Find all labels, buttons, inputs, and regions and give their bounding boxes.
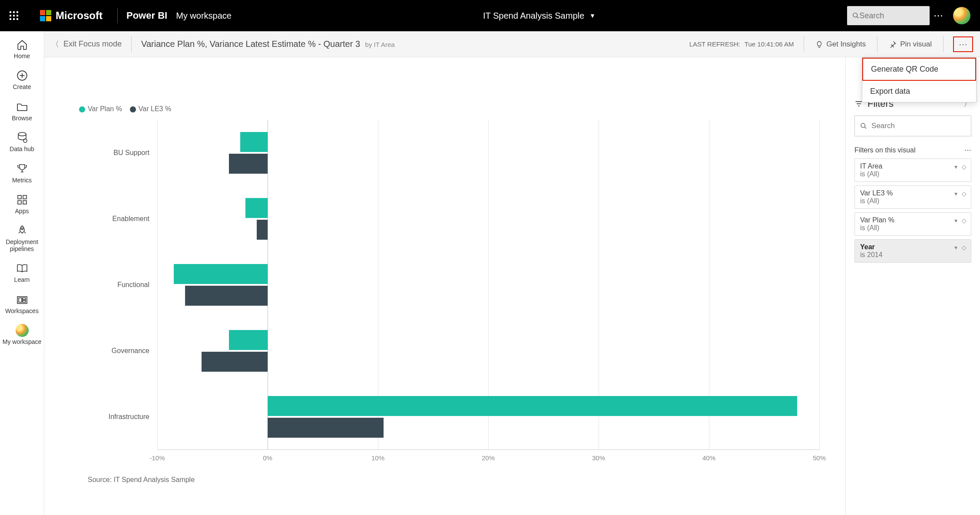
rail-workspaces[interactable]: Workspaces	[0, 289, 44, 320]
filters-search[interactable]	[854, 116, 971, 136]
eraser-icon[interactable]: ◇	[962, 163, 967, 170]
filter-value: is 2014	[860, 251, 966, 259]
chevron-down-icon: ▼	[589, 12, 596, 19]
x-tick-label: 30%	[592, 454, 605, 462]
svg-rect-5	[17, 15, 18, 17]
plus-circle-icon	[17, 69, 28, 82]
top-header: Microsoft Power BI My workspace IT Spend…	[0, 0, 980, 31]
filter-name: Var LE3 %	[860, 189, 966, 197]
bar[interactable]	[268, 418, 384, 438]
x-tick-label: 20%	[482, 454, 495, 462]
filter-value: is (All)	[860, 170, 966, 178]
app-launcher-icon[interactable]	[5, 11, 23, 20]
global-search-input[interactable]	[859, 11, 924, 20]
svg-rect-6	[10, 18, 11, 20]
rail-metrics[interactable]: Metrics	[0, 158, 44, 189]
svg-point-9	[853, 13, 857, 17]
filter-name: Year	[860, 243, 966, 251]
user-avatar[interactable]	[953, 7, 970, 24]
trophy-icon	[17, 162, 27, 175]
filter-card[interactable]: Var Plan % is (All) ▾◇	[854, 212, 971, 236]
y-tick-label: Infrastructure	[80, 413, 149, 421]
subheader-divider-2	[804, 36, 804, 52]
filter-value: is (All)	[860, 197, 966, 205]
rail-learn[interactable]: Learn	[0, 258, 44, 288]
more-options-button[interactable]: ⋯	[957, 39, 970, 50]
x-tick-label: 10%	[371, 454, 384, 462]
subheader-divider-3	[877, 36, 877, 52]
bar[interactable]	[229, 154, 268, 174]
chevron-down-icon[interactable]: ▾	[954, 217, 957, 224]
avatar-icon	[16, 324, 29, 337]
header-more-icon[interactable]: ⋯	[930, 10, 947, 21]
more-icon[interactable]: ⋯	[964, 146, 971, 154]
bar[interactable]	[245, 198, 268, 218]
pin-visual-button[interactable]: Pin visual	[887, 40, 934, 49]
y-axis-labels: BU SupportEnablementFunctionalGovernance…	[79, 120, 157, 450]
left-nav-rail: Home Create Browse Data hub Metrics Apps…	[0, 31, 44, 515]
more-options-menu: Generate QR Code Export data	[862, 57, 977, 102]
filter-card[interactable]: IT Area is (All) ▾◇	[854, 158, 971, 182]
filters-panel: Filters 〉 Filters on this visual ⋯ IT Ar…	[845, 57, 980, 515]
last-refresh: LAST REFRESH: Tue 10:41:06 AM	[689, 40, 794, 48]
powerbi-label[interactable]: Power BI	[126, 10, 167, 21]
rail-home[interactable]: Home	[0, 34, 44, 65]
chart-legend: Var Plan % Var LE3 %	[79, 105, 832, 113]
report-title-dropdown[interactable]: IT Spend Analysis Sample ▼	[232, 11, 847, 21]
eraser-icon[interactable]: ◇	[962, 244, 967, 251]
report-title: IT Spend Analysis Sample	[483, 11, 584, 21]
rail-myworkspace[interactable]: My workspace	[0, 320, 44, 350]
workspace-breadcrumb[interactable]: My workspace	[176, 11, 232, 21]
folder-icon	[17, 100, 28, 113]
svg-rect-17	[23, 195, 26, 199]
filter-name: Var Plan %	[860, 216, 966, 224]
bar[interactable]	[202, 352, 268, 372]
chart-plot-area: BU SupportEnablementFunctionalGovernance…	[79, 120, 819, 467]
bar[interactable]	[257, 220, 268, 240]
rail-datahub[interactable]: Data hub	[0, 127, 44, 158]
svg-rect-1	[13, 11, 15, 13]
global-search[interactable]	[847, 6, 930, 25]
apps-icon	[17, 193, 27, 206]
menu-generate-qr[interactable]: Generate QR Code	[862, 58, 976, 81]
x-tick-label: 0%	[263, 454, 272, 462]
svg-point-20	[21, 228, 23, 230]
menu-export-data[interactable]: Export data	[862, 81, 976, 102]
svg-rect-8	[17, 18, 18, 20]
eraser-icon[interactable]: ◇	[962, 217, 967, 224]
legend-item-var-plan[interactable]: Var Plan %	[79, 105, 122, 113]
chart-plot[interactable]	[157, 120, 819, 450]
get-insights-button[interactable]: Get Insights	[814, 40, 868, 49]
exit-focus-mode[interactable]: 〈 Exit Focus mode	[51, 39, 122, 50]
bar[interactable]	[268, 396, 797, 416]
eraser-icon[interactable]: ◇	[962, 190, 967, 197]
svg-rect-4	[13, 15, 15, 17]
filters-search-input[interactable]	[871, 122, 966, 130]
svg-rect-24	[23, 300, 26, 302]
svg-rect-3	[10, 15, 11, 17]
bar[interactable]	[240, 132, 268, 152]
chevron-down-icon[interactable]: ▾	[954, 163, 957, 170]
home-icon	[17, 38, 28, 51]
legend-item-var-le3[interactable]: Var LE3 %	[130, 105, 171, 113]
y-tick-label: Enablement	[80, 215, 149, 223]
chevron-down-icon[interactable]: ▾	[954, 244, 957, 251]
filters-section-header: Filters on this visual ⋯	[854, 146, 971, 154]
svg-rect-2	[17, 11, 18, 13]
rail-create[interactable]: Create	[0, 65, 44, 96]
bar[interactable]	[185, 286, 268, 306]
database-icon	[17, 131, 27, 144]
svg-rect-19	[23, 201, 26, 204]
svg-rect-16	[18, 195, 21, 199]
rail-browse[interactable]: Browse	[0, 96, 44, 127]
bar[interactable]	[174, 264, 268, 284]
bar[interactable]	[229, 330, 268, 350]
svg-rect-18	[18, 201, 21, 204]
x-tick-label: 50%	[813, 454, 826, 462]
rail-apps[interactable]: Apps	[0, 189, 44, 220]
filter-card[interactable]: Year is 2014 ▾◇	[854, 239, 971, 263]
rail-deployment[interactable]: Deployment pipelines	[0, 220, 44, 258]
filter-card[interactable]: Var LE3 % is (All) ▾◇	[854, 185, 971, 209]
chevron-left-icon: 〈	[51, 39, 59, 50]
chevron-down-icon[interactable]: ▾	[954, 190, 957, 197]
